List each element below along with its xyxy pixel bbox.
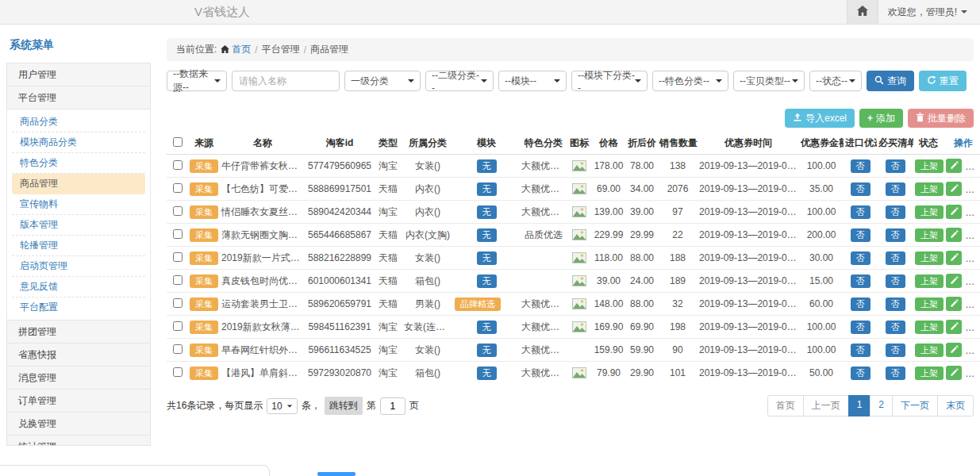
imported-toggle[interactable]: 否 [851,344,870,357]
sidebar-item-轮播管理[interactable]: 轮播管理 [12,236,145,256]
jump-page-input[interactable] [380,397,405,415]
page-button-末页[interactable]: 末页 [937,395,974,416]
name-search-input[interactable] [232,71,340,91]
filter-select[interactable]: --模块下分类-- [571,71,648,91]
sidebar-item-商品分类[interactable]: 商品分类 [12,112,145,132]
must-buy-toggle[interactable]: 否 [886,274,905,288]
imported-toggle[interactable]: 否 [851,298,870,311]
row-checkbox[interactable] [173,275,183,285]
edit-button[interactable] [946,366,962,380]
delete-button[interactable] [966,343,980,357]
status-toggle[interactable]: 上架 [915,344,943,357]
home-button[interactable] [847,0,878,24]
edit-button[interactable] [946,159,962,173]
must-buy-toggle[interactable]: 否 [886,344,905,357]
edit-button[interactable] [946,297,962,311]
sidebar-item-宣传物料[interactable]: 宣传物料 [12,194,145,215]
sidebar-item-特色分类[interactable]: 特色分类 [12,153,145,174]
must-buy-toggle[interactable]: 否 [886,205,905,219]
must-buy-toggle[interactable]: 否 [886,182,905,196]
delete-button[interactable] [966,182,980,196]
sidebar-item-意见反馈[interactable]: 意见反馈 [12,277,145,298]
sidebar-item-平台配置[interactable]: 平台配置 [12,298,145,317]
filter-select[interactable]: 一级分类 [344,71,421,91]
search-button[interactable]: 查询 [867,71,914,91]
sidebar-group-消息管理[interactable]: 消息管理 [6,366,151,390]
page-size-select[interactable]: 10 [267,398,297,414]
must-buy-toggle[interactable]: 否 [886,228,905,242]
imported-toggle[interactable]: 否 [851,367,870,380]
imported-toggle[interactable]: 否 [851,228,870,242]
status-toggle[interactable]: 上架 [915,251,943,265]
delete-button[interactable] [966,366,980,380]
row-checkbox[interactable] [173,252,183,262]
status-toggle[interactable]: 上架 [915,321,943,334]
select-all-checkbox[interactable] [173,137,183,147]
delete-button[interactable] [966,297,980,311]
filter-select[interactable]: --特色分类-- [652,71,728,91]
row-checkbox[interactable] [173,321,183,331]
status-toggle[interactable]: 上架 [915,159,943,173]
bottom-scrollbar-thumb[interactable] [317,472,355,476]
must-buy-toggle[interactable]: 否 [886,321,905,334]
page-button-1[interactable]: 1 [848,395,871,416]
status-toggle[interactable]: 上架 [915,298,943,311]
delete-button[interactable] [966,205,980,219]
sidebar-group-省惠快报[interactable]: 省惠快报 [6,343,151,367]
edit-button[interactable] [946,320,962,334]
delete-button[interactable] [966,159,980,173]
row-checkbox[interactable] [173,298,183,308]
filter-select[interactable]: --二级分类-- [425,71,494,91]
edit-button[interactable] [946,251,962,265]
page-button-2[interactable]: 2 [870,395,893,416]
jump-button[interactable]: 跳转到 [325,397,363,415]
sidebar-group-兑换管理[interactable]: 兑换管理 [6,412,151,436]
page-button-首页[interactable]: 首页 [767,395,804,416]
status-toggle[interactable]: 上架 [915,367,943,380]
status-toggle[interactable]: 上架 [915,205,943,219]
row-checkbox[interactable] [173,160,183,170]
status-toggle[interactable]: 上架 [915,228,943,242]
status-toggle[interactable]: 上架 [915,274,943,288]
delete-button[interactable] [966,320,980,334]
imported-toggle[interactable]: 否 [851,251,870,265]
breadcrumb-home-link[interactable]: 首页 [221,43,251,56]
row-checkbox[interactable] [173,367,183,377]
row-checkbox[interactable] [173,344,183,354]
sidebar-group-用户管理[interactable]: 用户管理 [6,63,151,86]
imported-toggle[interactable]: 否 [851,321,870,334]
sidebar-item-模块商品分类[interactable]: 模块商品分类 [12,132,145,153]
row-checkbox[interactable] [173,206,183,216]
import-excel-button[interactable]: 导入excel [785,109,855,128]
must-buy-toggle[interactable]: 否 [886,251,905,265]
imported-toggle[interactable]: 否 [851,274,870,288]
sidebar-group-拼团管理[interactable]: 拼团管理 [6,320,151,344]
must-buy-toggle[interactable]: 否 [886,298,905,311]
sidebar-group-平台管理[interactable]: 平台管理 [6,86,151,109]
status-toggle[interactable]: 上架 [915,182,943,196]
edit-button[interactable] [946,205,962,219]
page-button-下一页[interactable]: 下一页 [892,395,938,416]
delete-button[interactable] [966,251,980,265]
edit-button[interactable] [946,182,962,196]
filter-select[interactable]: --数据来源-- [167,71,227,91]
user-menu[interactable]: 欢迎您，管理员! [878,0,980,24]
row-checkbox[interactable] [173,183,183,193]
sidebar-item-版本管理[interactable]: 版本管理 [12,215,145,236]
imported-toggle[interactable]: 否 [851,205,870,219]
must-buy-toggle[interactable]: 否 [886,159,905,173]
must-buy-toggle[interactable]: 否 [886,367,905,380]
add-button[interactable]: + 添加 [859,109,903,128]
sidebar-group-统计管理[interactable]: 统计管理 [6,435,151,446]
edit-button[interactable] [946,343,962,357]
imported-toggle[interactable]: 否 [851,182,870,196]
sidebar-item-启动页管理[interactable]: 启动页管理 [12,256,145,277]
sidebar-group-订单管理[interactable]: 订单管理 [6,389,151,413]
batch-delete-button[interactable]: 批量删除 [908,109,974,128]
delete-button[interactable] [966,274,980,288]
row-checkbox[interactable] [173,229,183,239]
filter-select[interactable]: --模块-- [498,71,567,91]
delete-button[interactable] [966,228,980,242]
sidebar-item-商品管理[interactable]: 商品管理 [12,174,145,194]
filter-select[interactable]: --宝贝类型-- [733,71,805,91]
